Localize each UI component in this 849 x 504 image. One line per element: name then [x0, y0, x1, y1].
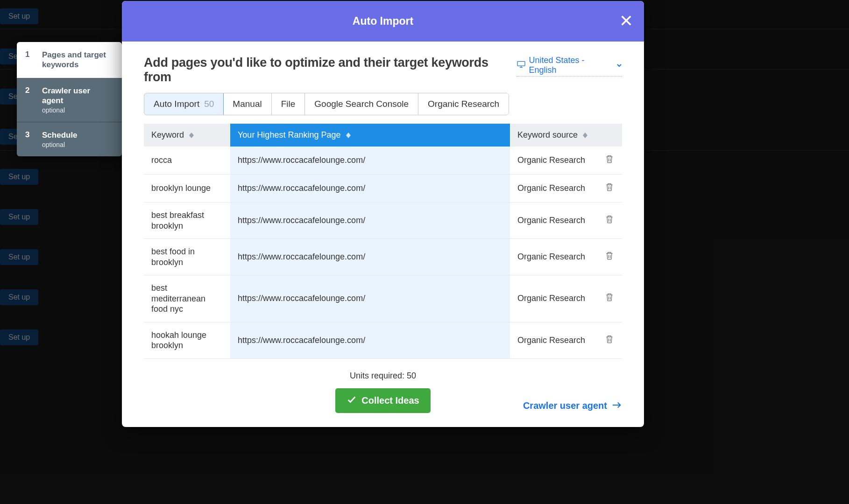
delete-row-button[interactable]	[605, 185, 614, 194]
close-button[interactable]	[620, 14, 633, 29]
delete-row-button[interactable]	[605, 217, 614, 226]
auto-import-modal: Auto Import Add pages you'd like to opti…	[122, 1, 644, 427]
tab-label: Auto Import	[154, 99, 199, 109]
keywords-table: Keyword Your Highest Ranking Page	[144, 124, 622, 359]
cell-keyword: best mediterranean food nyc	[144, 275, 230, 322]
arrow-right-icon	[612, 400, 622, 411]
step-crawler-user-agent[interactable]: 2 Crawler user agent optional	[17, 78, 122, 122]
cell-source: Organic Research	[510, 147, 597, 175]
wizard-steps: 1 Pages and target keywords 2 Crawler us…	[17, 42, 122, 156]
trash-icon	[605, 217, 614, 226]
locale-selector[interactable]: United States - English	[516, 56, 622, 77]
trash-icon	[605, 157, 614, 166]
modal-title: Auto Import	[353, 15, 413, 28]
delete-row-button[interactable]	[605, 337, 614, 346]
cell-page: https://www.roccacafelounge.com/	[230, 175, 510, 203]
modal-header: Auto Import	[122, 1, 644, 42]
tab-google-search-console[interactable]: Google Search Console	[305, 93, 418, 115]
cell-source: Organic Research	[510, 203, 597, 239]
trash-icon	[605, 337, 614, 346]
column-keyword[interactable]: Keyword	[144, 124, 230, 147]
cell-page: https://www.roccacafelounge.com/	[230, 275, 510, 322]
cell-source: Organic Research	[510, 275, 597, 322]
table-row: best mediterranean food nyc https://www.…	[144, 275, 622, 322]
locale-label: United States - English	[529, 56, 614, 75]
sort-icon	[189, 133, 194, 138]
column-highest-ranking-page[interactable]: Your Highest Ranking Page	[230, 124, 510, 147]
cell-page: https://www.roccacafelounge.com/	[230, 239, 510, 275]
column-label: Keyword	[151, 130, 184, 140]
check-icon	[347, 394, 357, 407]
tab-organic-research[interactable]: Organic Research	[418, 93, 509, 115]
delete-row-button[interactable]	[605, 295, 614, 304]
tab-auto-import[interactable]: Auto Import 50	[144, 93, 224, 115]
collect-ideas-button[interactable]: Collect Ideas	[335, 388, 430, 413]
column-label: Keyword source	[517, 130, 578, 140]
tab-file[interactable]: File	[272, 93, 305, 115]
step-subtitle: optional	[42, 141, 78, 148]
cell-page: https://www.roccacafelounge.com/	[230, 322, 510, 358]
step-title: Pages and target keywords	[42, 50, 113, 70]
svg-marker-10	[583, 135, 587, 138]
modal-heading: Add pages you'd like to optimize and the…	[144, 56, 516, 84]
link-label: Crawler user agent	[523, 400, 607, 411]
step-schedule[interactable]: 3 Schedule optional	[17, 122, 122, 156]
table-row: rocca https://www.roccacafelounge.com/ O…	[144, 147, 622, 175]
monitor-icon	[516, 61, 526, 70]
tab-label: Manual	[233, 99, 262, 109]
import-tabs: Auto Import 50 Manual File Google Search…	[144, 93, 509, 115]
step-number: 2	[25, 86, 34, 114]
cell-source: Organic Research	[510, 239, 597, 275]
chevron-down-icon	[616, 61, 622, 70]
column-label: Your Highest Ranking Page	[238, 130, 340, 140]
trash-icon	[605, 295, 614, 304]
tab-label: File	[281, 99, 296, 109]
delete-row-button[interactable]	[605, 157, 614, 166]
cell-keyword: hookah lounge brooklyn	[144, 322, 230, 358]
close-icon	[620, 21, 633, 28]
step-number: 1	[25, 50, 34, 70]
trash-icon	[605, 253, 614, 263]
trash-icon	[605, 185, 614, 194]
table-row: brooklyn lounge https://www.roccacafelou…	[144, 175, 622, 203]
svg-rect-2	[517, 61, 525, 66]
cell-keyword: best breakfast brooklyn	[144, 203, 230, 239]
svg-marker-6	[189, 135, 194, 138]
next-step-link[interactable]: Crawler user agent	[523, 400, 622, 411]
cell-source: Organic Research	[510, 322, 597, 358]
step-subtitle: optional	[42, 106, 113, 114]
column-keyword-source[interactable]: Keyword source	[510, 124, 622, 147]
modal-footer: Units required: 50 Collect Ideas Crawler…	[122, 359, 644, 427]
cell-keyword: rocca	[144, 147, 230, 175]
cell-page: https://www.roccacafelounge.com/	[230, 147, 510, 175]
tab-count: 50	[204, 99, 214, 109]
step-title: Schedule	[42, 130, 78, 140]
cell-keyword: brooklyn lounge	[144, 175, 230, 203]
tab-label: Google Search Console	[314, 99, 409, 109]
tab-label: Organic Research	[428, 99, 499, 109]
table-row: best breakfast brooklyn https://www.rocc…	[144, 203, 622, 239]
step-title: Crawler user agent	[42, 86, 113, 106]
button-label: Collect Ideas	[361, 395, 419, 406]
cell-keyword: best food in brooklyn	[144, 239, 230, 275]
tab-manual[interactable]: Manual	[223, 93, 271, 115]
table-row: best food in brooklyn https://www.roccac…	[144, 239, 622, 275]
step-number: 3	[25, 130, 34, 148]
delete-row-button[interactable]	[605, 253, 614, 263]
table-row: hookah lounge brooklyn https://www.rocca…	[144, 322, 622, 358]
sort-icon	[583, 133, 587, 138]
cell-source: Organic Research	[510, 175, 597, 203]
svg-marker-8	[346, 135, 351, 138]
sort-icon	[346, 133, 351, 138]
step-pages-keywords[interactable]: 1 Pages and target keywords	[17, 42, 122, 78]
cell-page: https://www.roccacafelounge.com/	[230, 203, 510, 239]
units-required: Units required: 50	[350, 371, 416, 381]
